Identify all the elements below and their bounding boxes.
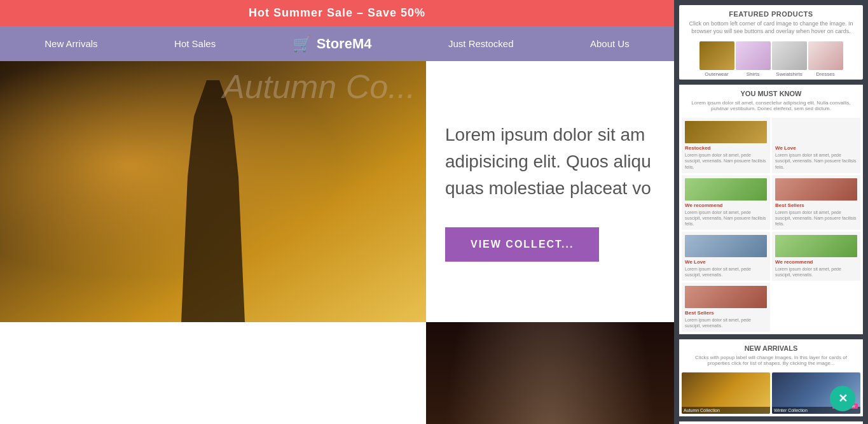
ymk-cell-recommend[interactable]: We recommend Lorem ipsum dolor sit amet,… — [682, 175, 770, 230]
outerwear-label: Outerwear — [699, 71, 734, 77]
casual-right-image — [426, 322, 674, 424]
ymk-title-we-love: We Love — [775, 145, 857, 151]
our-advantages-card: OUR ADVANTAGES 🚚 Fast & Free Delivery ♥ … — [679, 421, 863, 424]
sweatshirts-image — [772, 41, 807, 70]
sale-banner[interactable]: Hot Summer Sale – Save 50% — [0, 0, 674, 26]
hero-text-line1: Lorem ipsum dolor sit am — [445, 125, 645, 145]
na-img-autumn[interactable]: Autumn Collection — [682, 372, 770, 414]
product-sweatshirts[interactable]: Sweatshirts — [772, 41, 807, 77]
close-icon: ✕ — [838, 392, 848, 406]
ymk-text-recommend-2: Lorem ipsum dolor sit amet, pede suscipi… — [775, 266, 857, 278]
featured-products-card: FEATURED PRODUCTS Click on bottom left c… — [679, 5, 863, 80]
casual-section: Casual Collection Lorem ipsum dolor sit … — [0, 322, 674, 424]
product-outerwear[interactable]: Outerwear — [699, 41, 734, 77]
navigation: New Arrivals Hot Sales 🛒 StoreM4 Just Re… — [0, 26, 674, 61]
dresses-image — [808, 41, 843, 70]
product-shirts[interactable]: Shirts — [736, 41, 771, 77]
ymk-title-best-sellers-2: Best Sellers — [685, 310, 767, 316]
ymk-img-best-sellers — [775, 178, 857, 201]
ymk-img-recommend — [685, 178, 767, 201]
ymk-text-best-sellers-2: Lorem ipsum dolor sit amet, pede suscipi… — [685, 317, 767, 329]
sweatshirts-label: Sweatshirts — [772, 71, 807, 77]
ymk-grid: Restocked Lorem ipsum dolor sit amet, pe… — [679, 115, 863, 334]
nav-new-arrivals[interactable]: New Arrivals — [45, 38, 97, 49]
you-must-know-card: YOU MUST KNOW Lorem ipsum dolor sit amet… — [679, 85, 863, 334]
na-sub: Clicks with popup label will change imag… — [679, 353, 863, 370]
ymk-text-restocked: Lorem ipsum dolor sit amet, pede suscipi… — [685, 152, 767, 169]
ymk-title-we-love-2: We Love — [685, 259, 767, 265]
hero-section: Autumn Co... Lorem ipsum dolor sit am ad… — [0, 61, 674, 322]
casual-bg — [426, 322, 674, 424]
ymk-img-best-sellers-2 — [685, 286, 767, 308]
shirts-image — [736, 41, 771, 70]
ymk-cell-best-sellers-2[interactable]: Best Sellers Lorem ipsum dolor sit amet,… — [682, 283, 770, 332]
product-dresses[interactable]: Dresses — [808, 41, 843, 77]
ymk-cell-restocked[interactable]: Restocked Lorem ipsum dolor sit amet, pe… — [682, 118, 770, 173]
hero-content-right: Lorem ipsum dolor sit am adipisicing eli… — [426, 61, 674, 322]
ymk-img-we-love-2 — [685, 235, 767, 257]
featured-products-grid: Outerwear Shirts Sweatshirts Dresses — [679, 39, 863, 80]
ymk-text-we-love: Lorem ipsum dolor sit amet, pede suscipi… — [775, 152, 857, 169]
ymk-title-recommend: We recommend — [685, 202, 767, 208]
ymk-cell-we-love[interactable]: We Love Lorem ipsum dolor sit amet, pede… — [772, 118, 860, 173]
featured-header: FEATURED PRODUCTS — [679, 5, 863, 19]
main-content-area: Hot Summer Sale – Save 50% New Arrivals … — [0, 0, 674, 424]
ymk-text-best-sellers: Lorem ipsum dolor sit amet, pede suscipi… — [775, 209, 857, 227]
logo-text: StoreM4 — [317, 36, 372, 52]
adv-header: OUR ADVANTAGES — [679, 421, 863, 424]
nav-hot-sales[interactable]: Hot Sales — [174, 38, 216, 49]
view-collection-button[interactable]: VIEW COLLECT... — [445, 227, 599, 262]
nav-links: New Arrivals Hot Sales 🛒 StoreM4 Just Re… — [25, 35, 649, 53]
shirts-label: Shirts — [736, 71, 771, 77]
nav-logo: 🛒 StoreM4 — [293, 35, 372, 53]
hero-subtitle: Lorem ipsum dolor sit am adipisicing eli… — [445, 122, 655, 202]
ymk-title-restocked: Restocked — [685, 145, 767, 151]
na-header: NEW ARRIVALS — [679, 339, 863, 353]
ymk-cell-we-love-2[interactable]: We Love Lorem ipsum dolor sit amet, pede… — [682, 232, 770, 281]
ymk-img-we-love — [775, 121, 857, 143]
hero-text-line2: adipisicing elit. Quos aliqu — [445, 152, 651, 171]
hero-image-left — [0, 61, 426, 322]
casual-left-panel: Casual Collection Lorem ipsum dolor sit … — [0, 322, 426, 424]
ymk-title-best-sellers: Best Sellers — [775, 202, 857, 208]
ymk-img-recommend-2 — [775, 235, 857, 257]
ymk-cell-best-sellers[interactable]: Best Sellers Lorem ipsum dolor sit amet,… — [772, 175, 860, 230]
ymk-text-recommend: Lorem ipsum dolor sit amet, pede suscipi… — [685, 209, 767, 227]
hero-image-bg — [0, 61, 426, 322]
ymk-text-we-love-2: Lorem ipsum dolor sit amet, pede suscipi… — [685, 266, 767, 278]
nav-just-restocked[interactable]: Just Restocked — [448, 38, 514, 49]
right-thumbnail-panel[interactable]: FEATURED PRODUCTS Click on bottom left c… — [674, 0, 868, 424]
dresses-label: Dresses — [808, 71, 843, 77]
outerwear-image — [699, 41, 734, 70]
ymk-header: YOU MUST KNOW — [679, 85, 863, 99]
ymk-sub: Lorem ipsum dolor sit amet, consectetur … — [679, 99, 863, 115]
ymk-cell-recommend-2[interactable]: We recommend Lorem ipsum dolor sit amet,… — [772, 232, 860, 281]
cart-icon: 🛒 — [293, 35, 312, 53]
nav-about-us[interactable]: About Us — [590, 38, 630, 49]
close-button[interactable]: ✕ — [830, 386, 855, 411]
featured-sub: Click on bottom left corner of card imag… — [679, 19, 863, 39]
na-label-autumn: Autumn Collection — [682, 407, 770, 414]
ymk-title-recommend-2: We recommend — [775, 259, 857, 265]
sale-banner-text: Hot Summer Sale – Save 50% — [249, 6, 425, 19]
hero-text-line3: quas molestiae placeat vo — [445, 178, 651, 198]
ymk-img-restocked — [685, 121, 767, 143]
